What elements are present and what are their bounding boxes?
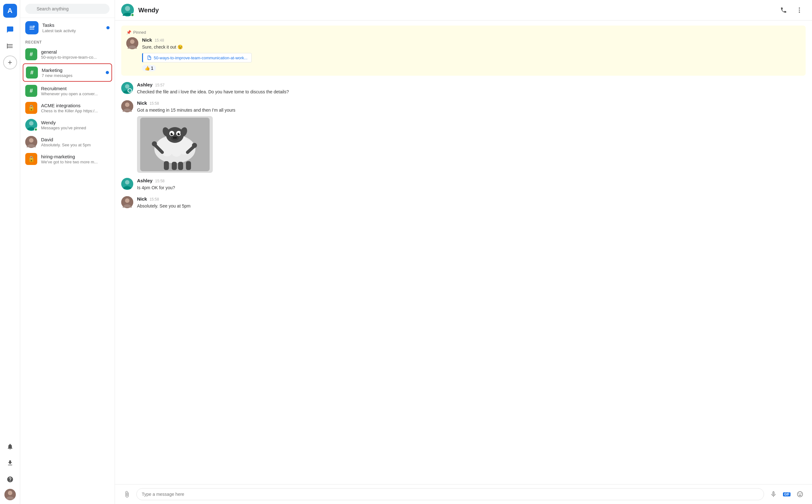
pin-icon: 📌: [126, 30, 131, 35]
nav-user-avatar[interactable]: [4, 489, 16, 500]
sidebar-item-acme[interactable]: 🔒 ACME integrations Chess is the Killer …: [20, 99, 115, 116]
pinned-sender: Nick: [142, 37, 152, 43]
svg-point-6: [29, 138, 33, 143]
nav-contacts-icon[interactable]: [3, 39, 17, 53]
ashley-name-1: Ashley: [137, 82, 152, 87]
tasks-icon: [25, 21, 38, 34]
david-avatar: [25, 136, 37, 148]
sidebar: 🔍 Tasks Latest task activity RECENT # ge…: [20, 0, 115, 504]
svg-point-18: [125, 103, 129, 107]
svg-point-13: [130, 39, 134, 44]
sidebar-item-marketing[interactable]: # Marketing 7 new messages: [23, 63, 112, 82]
channel-text-wendy: Wendy Messages you've pinned: [41, 120, 109, 130]
channel-preview-marketing: 7 new messages: [42, 73, 102, 78]
svg-rect-43: [186, 161, 191, 170]
svg-rect-42: [178, 162, 183, 170]
more-options-button[interactable]: [793, 4, 806, 16]
svg-point-15: [125, 84, 129, 89]
channel-preview-wendy: Messages you've pinned: [41, 126, 109, 130]
nick-msg-content-1: Nick 15:58 Got a meeting in 15 minutes a…: [137, 100, 806, 173]
nick-name-1: Nick: [137, 100, 147, 106]
channel-name-general: general: [41, 49, 109, 55]
pinned-nick-avatar: [126, 37, 138, 49]
message-input-bar: GIF: [115, 484, 812, 504]
channel-name-hiring-marketing: hiring-marketing: [41, 154, 109, 159]
pinned-file-name: 50-ways-to-improve-team-communication-at…: [154, 56, 248, 60]
channel-text-recruitment: Recruitment Whenever you open a conver..…: [41, 86, 109, 96]
sidebar-item-general[interactable]: # general 50-ways-to-improve-team-co...: [20, 46, 115, 63]
message-input[interactable]: [136, 488, 764, 500]
nav-help-icon[interactable]: [3, 472, 17, 486]
pinned-file-link[interactable]: 50-ways-to-improve-team-communication-at…: [142, 53, 252, 62]
channel-icon-marketing: #: [26, 67, 38, 79]
ashley-msg-content-1: Ashley 15:57 Checked the file and i love…: [137, 82, 806, 95]
nav-add-icon[interactable]: +: [3, 56, 17, 69]
svg-point-10: [799, 9, 800, 11]
ashley-time-1: 15:57: [155, 83, 164, 87]
svg-point-34: [179, 133, 180, 134]
nav-rail: A +: [0, 0, 20, 504]
wendy-online-indicator: [131, 13, 134, 17]
ashley-avatar-1: [121, 82, 133, 94]
messages-area[interactable]: 📌 Pinned Nick 15:48 Sure, check i: [115, 21, 812, 484]
pinned-label: 📌 Pinned: [126, 30, 801, 35]
tasks-text: Tasks Latest task activity: [42, 22, 103, 33]
nav-chat-icon[interactable]: [3, 23, 17, 37]
svg-rect-40: [164, 161, 169, 170]
nick-text-2: Absolutely. See you at 5pm: [137, 203, 806, 209]
microphone-button[interactable]: [768, 489, 779, 500]
sidebar-item-recruitment[interactable]: # Recruitment Whenever you open a conver…: [20, 82, 115, 99]
tasks-item[interactable]: Tasks Latest task activity: [20, 18, 115, 38]
svg-point-47: [192, 143, 197, 148]
svg-point-37: [175, 137, 177, 139]
channel-text-acme: ACME integrations Chess is the Killer Ap…: [41, 103, 109, 113]
nav-bell-icon[interactable]: [3, 440, 17, 454]
channel-name-wendy: Wendy: [41, 120, 109, 125]
channel-text-david: David Absolutely. See you at 5pm: [41, 137, 109, 147]
channel-preview-david: Absolutely. See you at 5pm: [41, 143, 109, 147]
marketing-notification-dot: [106, 71, 109, 74]
nick-time-1: 15:58: [150, 101, 159, 106]
svg-point-36: [173, 137, 175, 139]
message-row: Ashley 15:58 Is 4pm OK for you?: [121, 178, 806, 191]
channel-icon-hiring-marketing: 🔒: [25, 153, 37, 165]
search-input[interactable]: [25, 4, 109, 14]
svg-point-4: [29, 121, 33, 126]
phone-call-button[interactable]: [777, 4, 790, 16]
channel-preview-acme: Chess is the Killer App https:/...: [41, 108, 109, 113]
chat-header: Wendy: [115, 0, 812, 21]
reaction-emoji: 👍: [144, 66, 150, 71]
tasks-subtitle: Latest task activity: [42, 28, 103, 33]
gif-button[interactable]: GIF: [781, 489, 792, 500]
chat-contact-name: Wendy: [138, 7, 159, 14]
svg-point-35: [171, 136, 179, 141]
recent-label: RECENT: [20, 38, 115, 46]
channel-text-general: general 50-ways-to-improve-team-co...: [41, 49, 109, 60]
sidebar-item-hiring-marketing[interactable]: 🔒 hiring-marketing We've got to hire two…: [20, 150, 115, 167]
sidebar-item-david[interactable]: David Absolutely. See you at 5pm: [20, 133, 115, 150]
thumbs-up-reaction[interactable]: 👍 1: [142, 65, 156, 71]
nick-msg-content-2: Nick 15:58 Absolutely. See you at 5pm: [137, 196, 806, 209]
emoji-button[interactable]: [794, 489, 806, 500]
reaction-count: 1: [151, 66, 153, 71]
pinned-banner: 📌 Pinned Nick 15:48 Sure, check i: [121, 26, 806, 76]
channel-name-marketing: Marketing: [42, 67, 102, 73]
svg-point-51: [125, 198, 129, 203]
message-row: Nick 15:58 Got a meeting in 15 minutes a…: [121, 100, 806, 173]
svg-point-46: [152, 141, 157, 146]
ashley-name-2: Ashley: [137, 178, 152, 183]
nav-download-icon[interactable]: [3, 456, 17, 470]
pinned-message: Nick 15:48 Sure, check it out 😉 50-ways-…: [126, 37, 801, 71]
channel-text-hiring-marketing: hiring-marketing We've got to hire two m…: [41, 154, 109, 164]
channel-text-marketing: Marketing 7 new messages: [42, 67, 102, 78]
nick-time-2: 15:58: [150, 197, 159, 202]
sidebar-item-wendy[interactable]: Wendy Messages you've pinned: [20, 116, 115, 133]
svg-point-49: [125, 180, 129, 185]
nick-name-2: Nick: [137, 196, 147, 202]
sheep-gif-image: [137, 116, 213, 173]
nick-text-1: Got a meeting in 15 minutes and then I'm…: [137, 107, 806, 114]
reaction-row: 👍 1: [142, 65, 801, 71]
nick-avatar-2: [121, 196, 133, 208]
attach-button[interactable]: [121, 489, 132, 500]
search-bar: 🔍: [20, 0, 115, 18]
